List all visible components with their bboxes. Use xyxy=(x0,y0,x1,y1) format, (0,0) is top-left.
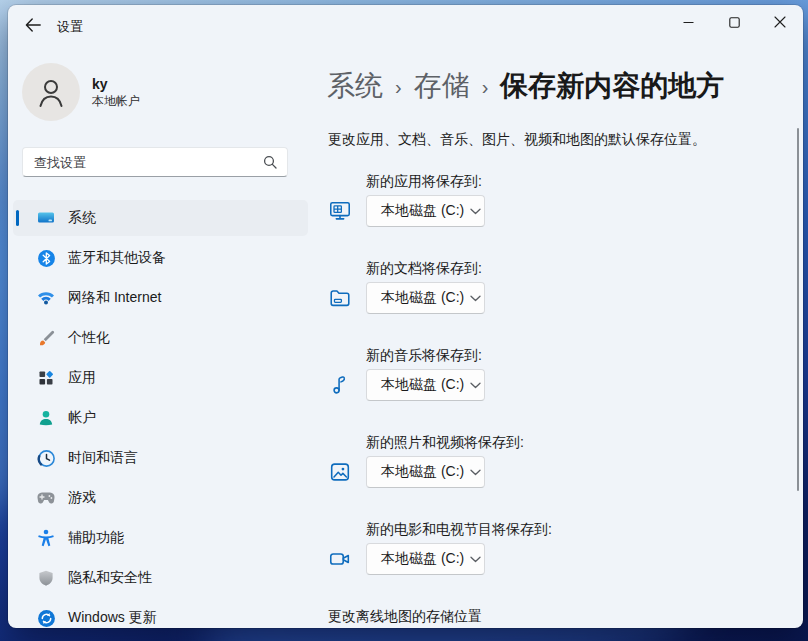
accounts-icon xyxy=(36,408,56,428)
system-icon xyxy=(36,208,56,228)
privacy-icon xyxy=(36,568,56,588)
chevron-down-icon xyxy=(470,382,481,389)
movies-save-location-dropdown[interactable]: 本地磁盘 (C:) xyxy=(366,543,485,575)
breadcrumb-separator: › xyxy=(482,74,489,99)
chevron-down-icon xyxy=(470,469,481,476)
sidebar-item-label: 隐私和安全性 xyxy=(68,569,152,587)
breadcrumb-system[interactable]: 系统 xyxy=(327,67,383,105)
vertical-scrollbar[interactable] xyxy=(797,128,799,491)
gaming-icon xyxy=(36,488,56,508)
back-button[interactable] xyxy=(18,12,48,38)
sidebar-item-label: Windows 更新 xyxy=(68,609,157,627)
music-save-location-dropdown[interactable]: 本地磁盘 (C:) xyxy=(366,369,485,401)
minimize-button[interactable] xyxy=(665,5,711,39)
section-label: 新的应用将保存到: xyxy=(366,172,783,191)
breadcrumb: 系统 › 存储 › 保存新内容的地方 xyxy=(327,67,724,105)
sidebar-item-privacy[interactable]: 隐私和安全性 xyxy=(13,560,308,596)
settings-window: 设置 ky 本地帐户 xyxy=(8,5,803,628)
person-icon xyxy=(36,76,66,108)
sidebar-item-personalization[interactable]: 个性化 xyxy=(13,320,308,356)
section-new-apps: 新的应用将保存到: 本地磁盘 (C:) xyxy=(328,172,783,227)
minimize-icon xyxy=(683,17,694,28)
section-new-music: 新的音乐将保存到: 本地磁盘 (C:) xyxy=(328,346,783,401)
window-controls xyxy=(665,5,803,39)
apps-icon xyxy=(36,368,56,388)
section-new-photos: 新的照片和视频将保存到: 本地磁盘 (C:) xyxy=(328,433,783,488)
close-button[interactable] xyxy=(757,5,803,39)
app-title: 设置 xyxy=(57,18,83,36)
dropdown-value: 本地磁盘 (C:) xyxy=(381,550,464,568)
dropdown-value: 本地磁盘 (C:) xyxy=(381,463,464,481)
section-new-documents: 新的文档将保存到: 本地磁盘 (C:) xyxy=(328,259,783,314)
photos-save-location-dropdown[interactable]: 本地磁盘 (C:) xyxy=(366,456,485,488)
documents-save-location-dropdown[interactable]: 本地磁盘 (C:) xyxy=(366,282,485,314)
profile[interactable]: ky 本地帐户 xyxy=(22,63,140,121)
time-language-icon xyxy=(36,448,56,468)
main-content: 系统 › 存储 › 保存新内容的地方 更改应用、文档、音乐、图片、视频和地图的默… xyxy=(327,45,803,628)
search-input[interactable] xyxy=(23,155,263,170)
windows-update-icon xyxy=(36,608,56,628)
sidebar-item-apps[interactable]: 应用 xyxy=(13,360,308,396)
apps-monitor-icon xyxy=(328,199,352,223)
sidebar-item-accounts[interactable]: 帐户 xyxy=(13,400,308,436)
movies-tv-icon xyxy=(328,547,352,571)
section-new-movies: 新的电影和电视节目将保存到: 本地磁盘 (C:) xyxy=(328,520,783,575)
breadcrumb-storage[interactable]: 存储 xyxy=(414,67,470,105)
avatar xyxy=(22,63,80,121)
maximize-icon xyxy=(729,17,740,28)
sidebar-item-label: 应用 xyxy=(68,369,96,387)
documents-folder-icon xyxy=(328,286,352,310)
sidebar-item-label: 系统 xyxy=(68,209,96,227)
sidebar: ky 本地帐户 系统 蓝牙和其他设备 xyxy=(8,45,318,628)
sidebar-nav: 系统 蓝牙和其他设备 网络和 Internet 个性化 xyxy=(13,200,308,628)
sidebar-item-network[interactable]: 网络和 Internet xyxy=(13,280,308,316)
back-arrow-icon xyxy=(25,18,41,32)
section-label: 新的照片和视频将保存到: xyxy=(366,433,783,452)
music-note-icon xyxy=(328,373,352,397)
section-label: 新的文档将保存到: xyxy=(366,259,783,278)
breadcrumb-separator: › xyxy=(395,74,402,99)
maximize-button[interactable] xyxy=(711,5,757,39)
sidebar-item-bluetooth[interactable]: 蓝牙和其他设备 xyxy=(13,240,308,276)
sidebar-item-accessibility[interactable]: 辅助功能 xyxy=(13,520,308,556)
sidebar-item-windows-update[interactable]: Windows 更新 xyxy=(13,600,308,628)
offline-maps-heading: 更改离线地图的存储位置 xyxy=(328,607,783,626)
photos-icon xyxy=(328,460,352,484)
sidebar-item-gaming[interactable]: 游戏 xyxy=(13,480,308,516)
profile-name: ky xyxy=(92,75,140,93)
sidebar-item-label: 蓝牙和其他设备 xyxy=(68,249,166,267)
chevron-down-icon xyxy=(470,208,481,215)
network-icon xyxy=(36,288,56,308)
page-title: 保存新内容的地方 xyxy=(500,67,724,105)
sidebar-item-time-language[interactable]: 时间和语言 xyxy=(13,440,308,476)
chevron-down-icon xyxy=(470,295,481,302)
close-icon xyxy=(774,16,786,28)
sidebar-item-label: 网络和 Internet xyxy=(68,289,161,307)
sidebar-item-label: 个性化 xyxy=(68,329,110,347)
apps-save-location-dropdown[interactable]: 本地磁盘 (C:) xyxy=(366,195,485,227)
sidebar-item-label: 游戏 xyxy=(68,489,96,507)
titlebar: 设置 xyxy=(8,5,803,45)
accessibility-icon xyxy=(36,528,56,548)
save-location-sections: 新的应用将保存到: 本地磁盘 (C:) 新的文档将保存到: xyxy=(328,172,783,628)
dropdown-value: 本地磁盘 (C:) xyxy=(381,376,464,394)
search-box[interactable] xyxy=(22,147,288,177)
profile-text: ky 本地帐户 xyxy=(92,75,140,109)
sidebar-item-label: 帐户 xyxy=(68,409,96,427)
dropdown-value: 本地磁盘 (C:) xyxy=(381,202,464,220)
search-icon xyxy=(263,155,277,169)
sidebar-item-system[interactable]: 系统 xyxy=(13,200,308,236)
section-label: 新的音乐将保存到: xyxy=(366,346,783,365)
section-label: 新的电影和电视节目将保存到: xyxy=(366,520,783,539)
sidebar-item-label: 时间和语言 xyxy=(68,449,138,467)
personalization-icon xyxy=(36,328,56,348)
chevron-down-icon xyxy=(470,556,481,563)
page-description: 更改应用、文档、音乐、图片、视频和地图的默认保存位置。 xyxy=(328,131,706,149)
profile-account-type: 本地帐户 xyxy=(92,93,140,109)
bluetooth-icon xyxy=(36,248,56,268)
dropdown-value: 本地磁盘 (C:) xyxy=(381,289,464,307)
sidebar-item-label: 辅助功能 xyxy=(68,529,124,547)
